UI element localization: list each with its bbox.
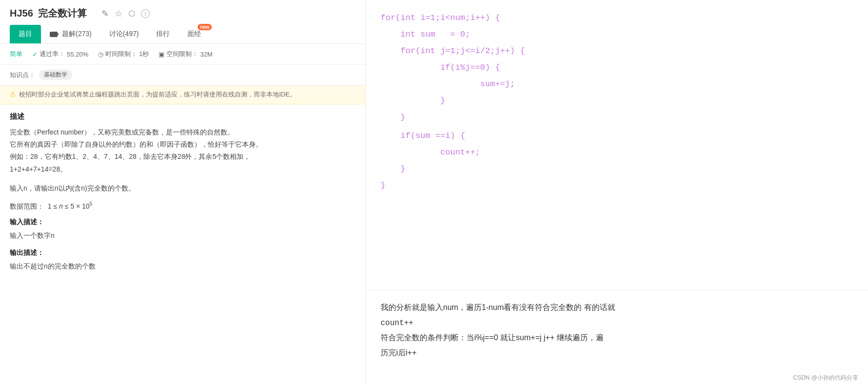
header-icons: ✎ ☆ ⬡ i — [101, 8, 150, 19]
space-limit: ▣ 空间限制： 32M — [159, 50, 212, 58]
time-limit-value: 1秒 — [139, 50, 149, 58]
desc-line-2: 它所有的真因子（即除了自身以外的约数）的和（即因子函数），恰好等于它本身。 — [10, 138, 356, 151]
analysis-line-2: 符合完全数的条件判断：当i%j==0 就让sum+=j j++ 继续遍历，遍 — [381, 333, 604, 342]
warning-text: 校招时部分企业笔试将禁止编程题跳出页面，为提前适应，练习时请使用在线自测，而非本… — [19, 90, 296, 99]
code-line-2: int sum = 0; — [381, 26, 853, 43]
difficulty-badge: 简单 — [10, 50, 22, 58]
data-range: 数据范围： 1 ≤ n ≤ 5 × 105 — [10, 201, 356, 211]
footer-credit: CSDN @小孙的代码分享 — [366, 370, 868, 386]
pass-rate-label: 通过率： — [40, 50, 65, 58]
code-line-7: } — [381, 109, 853, 126]
analysis-section: 我的分析就是输入num，遍历1-num看有没有符合完全数的 有的话就 count… — [366, 290, 868, 370]
check-icon: ✓ — [32, 51, 38, 58]
code-line-6: } — [381, 93, 853, 109]
tag-badge[interactable]: 基础数学 — [39, 70, 72, 80]
input-section: 输入描述： 输入一个数字n — [10, 218, 356, 242]
share-icon[interactable]: ⬡ — [128, 9, 135, 18]
analysis-count-inline: count++ — [381, 319, 413, 328]
warning-banner: ⚠ 校招时部分企业笔试将禁止编程题跳出页面，为提前适应，练习时请使用在线自测，而… — [0, 85, 365, 104]
right-panel: for(int i=1;i<num;i++) { int sum = 0; fo… — [366, 0, 868, 386]
meta-row: 简单 ✓ 通过率： 55.20% ◷ 时间限制： 1秒 ▣ 空间限制： 32M — [0, 44, 365, 65]
desc-line-3: 例如：28，它有约数1、2、4、7、14、28，除去它本身28外，其余5个数相加… — [10, 151, 356, 163]
tab-interview[interactable]: 面经 new — [179, 25, 210, 43]
desc-line-1: 完全数（Perfect number），又称完美数或完备数，是一些特殊的自然数。 — [10, 126, 356, 138]
code-line-3: for(int j=1;j<=i/2;j++) { — [381, 43, 853, 59]
input-desc-title: 输入描述： — [10, 218, 356, 227]
code-line-8: if(sum ==i) { — [381, 128, 853, 144]
left-panel: HJ56 完全数计算 ✎ ☆ ⬡ i 题目 题解(273) 讨论(497) — [0, 0, 366, 386]
tab-problem-label: 题目 — [19, 30, 32, 39]
description-content: 完全数（Perfect number），又称完美数或完备数，是一些特殊的自然数。… — [10, 126, 356, 175]
output-desc-title: 输出描述： — [10, 249, 356, 257]
tab-solutions-label: 题解(273) — [62, 30, 92, 39]
warning-icon: ⚠ — [10, 90, 16, 98]
tab-discussion[interactable]: 讨论(497) — [101, 25, 148, 43]
tab-ranking[interactable]: 排行 — [147, 25, 179, 43]
space-limit-value: 32M — [200, 51, 212, 58]
code-line-11: } — [381, 177, 853, 194]
problem-id: HJ56 — [10, 8, 33, 19]
tab-problem[interactable]: 题目 — [10, 25, 41, 43]
tab-ranking-label: 排行 — [156, 30, 170, 39]
clock-icon: ◷ — [98, 51, 103, 58]
time-limit: ◷ 时间限制： 1秒 — [98, 50, 149, 58]
pass-rate: ✓ 通过率： 55.20% — [32, 50, 88, 58]
star-icon[interactable]: ☆ — [115, 8, 122, 19]
code-line-10: } — [381, 161, 853, 177]
tags-row: 知识点： 基础数学 — [0, 65, 365, 85]
content-area: 描述 完全数（Perfect number），又称完美数或完备数，是一些特殊的自… — [0, 104, 365, 386]
edit-icon[interactable]: ✎ — [101, 8, 109, 19]
code-line-4: if(i%j==0) { — [381, 59, 853, 76]
tab-discussion-label: 讨论(497) — [109, 30, 139, 39]
tags-label: 知识点： — [10, 71, 35, 79]
code-line-1: for(int i=1;i<num;i++) { — [381, 10, 853, 26]
output-desc: 输出不超过n的完全数的个数 — [10, 260, 356, 272]
code-line-9: count++; — [381, 144, 853, 161]
tab-solutions[interactable]: 题解(273) — [41, 25, 101, 43]
description-title: 描述 — [10, 112, 356, 121]
desc-line-4: 1+2+4+7+14=28。 — [10, 163, 356, 175]
analysis-line-3: 历完i后i++ — [381, 348, 417, 357]
code-block: for(int i=1;i<num;i++) { int sum = 0; fo… — [366, 0, 868, 290]
problem-title: 完全数计算 — [38, 7, 87, 20]
info-icon[interactable]: i — [141, 9, 150, 18]
tabs-bar: 题目 题解(273) 讨论(497) 排行 面经 new — [0, 25, 365, 44]
output-section: 输出描述： 输出不超过n的完全数的个数 — [10, 249, 356, 272]
analysis-text: 我的分析就是输入num，遍历1-num看有没有符合完全数的 有的话就 count… — [381, 300, 853, 360]
analysis-line-1: 我的分析就是输入num，遍历1-num看有没有符合完全数的 有的话就 — [381, 303, 615, 311]
new-badge: new — [198, 24, 212, 30]
tab-interview-label: 面经 — [187, 30, 201, 39]
input-prompt: 输入n，请输出n以内(含n)完全数的个数。 — [10, 182, 356, 194]
footer-credit-text: CSDN @小孙的代码分享 — [793, 374, 858, 381]
memory-icon: ▣ — [159, 51, 164, 58]
pass-rate-value: 55.20% — [67, 51, 88, 58]
time-limit-label: 时间限制： — [105, 50, 137, 58]
space-limit-label: 空间限制： — [166, 50, 198, 58]
input-desc: 输入一个数字n — [10, 230, 356, 242]
problem-header: HJ56 完全数计算 ✎ ☆ ⬡ i — [0, 0, 365, 25]
code-line-5: sum+=j; — [381, 76, 853, 93]
